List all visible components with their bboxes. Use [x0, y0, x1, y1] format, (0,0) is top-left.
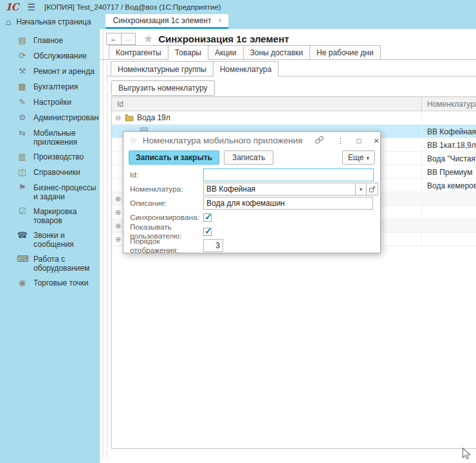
expand-icon[interactable]: ⊕: [115, 195, 123, 203]
section-icon-torgovye-tochki: ◉: [17, 278, 28, 287]
doc-tab-label: Синхронизация 1с элемент: [113, 16, 212, 25]
section-icon-obsluzhivanie: ⟳: [17, 51, 28, 60]
cell-nomenclature: ВВ 1кат.18,9л.: [421, 138, 476, 151]
tab-home-page[interactable]: ⌂ Начальная страница: [0, 14, 100, 29]
table-row-group[interactable]: ⊖ Вода 19л: [112, 111, 476, 125]
section-icon-proizvodstvo: ▥: [17, 152, 28, 161]
sidebar-item-buhgalteriya[interactable]: ▦Бухгалтерия: [0, 79, 99, 95]
section-icon-nastroyki: ✎: [17, 97, 28, 107]
forward-icon: →: [125, 34, 133, 43]
panel-divider: [103, 29, 104, 458]
nomenclature-field[interactable]: [203, 183, 355, 195]
tab-close-icon[interactable]: ×: [217, 16, 222, 25]
dialog-command-bar: Записать и закрыть Записать Еще▾: [124, 149, 380, 166]
sidebar-item-markirovka[interactable]: ☑Маркировка товаров: [0, 204, 99, 228]
tab-ne-rabochie-dni[interactable]: Не рабочие дни: [309, 45, 381, 59]
maximize-icon[interactable]: □: [356, 137, 361, 145]
home-icon: ⌂: [6, 17, 11, 27]
forward-button[interactable]: →: [121, 33, 136, 45]
1c-logo-icon: 1С: [5, 1, 18, 13]
window-titlebar: 1С ☰ [КОПИЯ] Test_240717 / Вод@воз (1С:П…: [0, 0, 476, 14]
sidebar-item-business-processes[interactable]: ⚑Бизнес-процессы и задачи: [0, 180, 99, 204]
chevron-down-icon: ▾: [366, 155, 369, 161]
tab-nomenklatura[interactable]: Номенклатура: [213, 61, 279, 77]
sidebar-item-administrirovanie[interactable]: ⚙Администрирование: [0, 110, 99, 125]
back-button[interactable]: ←: [106, 33, 121, 45]
expand-icon[interactable]: ⊕: [115, 209, 123, 216]
checkmark-icon: ✓: [205, 226, 212, 236]
sidebar-item-proizvodstvo[interactable]: ▥Производство: [0, 149, 99, 165]
display-order-field[interactable]: [203, 239, 223, 252]
description-label: Описание:: [130, 199, 203, 208]
synchronized-label: Синхронизирована:: [130, 213, 203, 222]
sidebar-item-nastroyki[interactable]: ✎Настройки: [0, 95, 99, 110]
save-button[interactable]: Записать: [224, 150, 273, 165]
dialog-title: Номенклатура мобильного приложения: [143, 136, 303, 145]
sidebar-item-mobile-apps[interactable]: ⇆Мобильные приложения: [0, 125, 99, 149]
id-field[interactable]: [203, 168, 374, 181]
section-icon-buhgalteriya: ▦: [17, 82, 28, 91]
cell-nomenclature: Вода "Чистая" 19л: [421, 152, 476, 165]
sidebar-item-spravochniki[interactable]: ◫Справочники: [0, 165, 99, 180]
export-nomenclature-button[interactable]: Выгрузить номенклатуру: [111, 80, 215, 96]
save-and-close-button[interactable]: Записать и закрыть: [129, 150, 219, 165]
group-label: Вода 19л: [137, 113, 170, 122]
open-button[interactable]: [367, 183, 378, 195]
tab-kontragenty[interactable]: Контрагенты: [109, 45, 169, 59]
id-label: Id:: [130, 170, 203, 179]
tab-nomenklaturnye-gruppy[interactable]: Номенклатурные группы: [111, 61, 214, 76]
cell-nomenclature: Вода кемерово: [421, 179, 476, 192]
tab-akcii[interactable]: Акции: [208, 45, 244, 59]
sidebar-item-torgovye-tochki[interactable]: ◉Торговые точки: [0, 275, 99, 291]
sidebar-item-remont[interactable]: ⚒Ремонт и аренда: [0, 64, 99, 79]
window-title: [КОПИЯ] Test_240717 / Вод@воз (1С:Предпр…: [44, 3, 221, 11]
sidebar-item-oborudovanie[interactable]: ⌨Работа с оборудованием: [0, 251, 99, 275]
window-tab-bar: ⌂ Начальная страница Синхронизация 1с эл…: [0, 14, 476, 29]
link-icon[interactable]: [315, 136, 324, 145]
cell-nomenclature: ВВ Кофейная: [421, 125, 476, 138]
section-icon-business-processes: ⚑: [17, 183, 28, 192]
dialog-favorite-star-icon[interactable]: ☆: [129, 136, 137, 145]
section-icon-markirovka: ☑: [17, 206, 28, 216]
section-icon-mobile-apps: ⇆: [17, 128, 28, 138]
synchronized-checkbox[interactable]: ✓: [203, 213, 212, 222]
main-tab-strip: КонтрагентыТоварыАкцииЗоны доставкиНе ра…: [100, 45, 476, 60]
folder-icon: [125, 114, 134, 122]
more-button[interactable]: Еще▾: [342, 150, 375, 165]
tab-zony-dostavki[interactable]: Зоны доставки: [243, 45, 311, 59]
expand-icon[interactable]: ⊕: [115, 222, 123, 230]
section-icon-zvonki: ☎: [17, 230, 28, 240]
favorite-star-icon[interactable]: ★: [143, 32, 153, 46]
close-icon[interactable]: ×: [374, 137, 380, 145]
tab-tovary[interactable]: Товары: [168, 45, 208, 60]
dropdown-button[interactable]: ▾: [355, 183, 367, 195]
content-area: ← → ★ Синхронизация 1с элемент Контраген…: [99, 29, 476, 463]
page-divider: [107, 61, 107, 458]
section-icon-oborudovanie: ⌨: [17, 254, 28, 264]
expand-icon[interactable]: ⊕: [115, 236, 123, 243]
page-title: Синхронизация 1с элемент: [158, 33, 289, 44]
column-header-id[interactable]: Id: [117, 100, 124, 109]
back-icon: ←: [110, 34, 118, 43]
hamburger-icon[interactable]: ☰: [27, 2, 35, 12]
sidebar-item-glavnoe[interactable]: ▤Главное: [0, 33, 99, 48]
tab-sync-element[interactable]: Синхронизация 1с элемент ×: [105, 14, 229, 29]
section-icon-spravochniki: ◫: [17, 167, 28, 177]
sidebar-item-zvonki[interactable]: ☎Звонки и сообщения: [0, 228, 99, 251]
dialog-titlebar: ☆ Номенклатура мобильного приложения ⋮ □…: [124, 132, 380, 149]
description-field[interactable]: [203, 197, 373, 210]
collapse-icon[interactable]: ⊖: [115, 114, 123, 122]
mouse-cursor-icon: [462, 448, 472, 462]
nomenclature-dialog: ☆ Номенклатура мобильного приложения ⋮ □…: [123, 131, 381, 253]
open-icon: [369, 186, 376, 193]
sections-sidebar: ▤Главное ⟳Обслуживание ⚒Ремонт и аренда …: [0, 29, 99, 463]
sidebar-item-obsluzhivanie[interactable]: ⟳Обслуживание: [0, 48, 99, 64]
checkmark-icon: ✓: [205, 212, 212, 222]
show-to-user-checkbox[interactable]: ✓: [203, 228, 212, 236]
chevron-down-icon: ▾: [360, 186, 362, 192]
home-tab-label: Начальная страница: [16, 17, 91, 26]
column-header-nomenclature[interactable]: Номенклатура: [421, 97, 476, 111]
kebab-icon[interactable]: ⋮: [336, 137, 344, 145]
sub-tab-strip: Номенклатурные группыНоменклатура: [107, 61, 476, 77]
nomenclature-label: Номенклатура:: [130, 185, 203, 194]
